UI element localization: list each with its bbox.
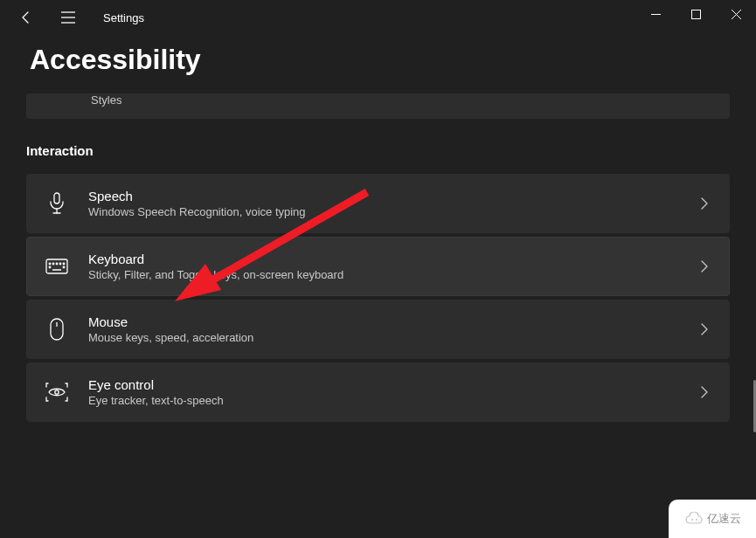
item-title: Eye control — [88, 377, 697, 392]
svg-point-25 — [696, 519, 697, 521]
settings-item-keyboard[interactable]: Keyboard Sticky, Filter, and Toggle keys… — [26, 237, 730, 296]
chevron-right-icon — [697, 385, 711, 399]
item-title: Keyboard — [88, 252, 697, 266]
settings-item-mouse[interactable]: Mouse Mouse keys, speed, acceleration — [26, 300, 730, 359]
watermark-text: 亿速云 — [707, 511, 741, 527]
svg-rect-19 — [51, 319, 63, 340]
eye-control-icon — [45, 380, 69, 404]
item-title: Speech — [88, 189, 697, 203]
app-title: Settings — [103, 11, 144, 24]
item-title: Mouse — [88, 314, 697, 329]
minimize-button[interactable] — [635, 0, 676, 28]
svg-point-13 — [56, 263, 58, 265]
menu-button[interactable] — [59, 9, 77, 26]
svg-point-16 — [49, 266, 51, 268]
maximize-button[interactable] — [676, 0, 716, 28]
item-subtitle: Windows Speech Recognition, voice typing — [88, 205, 697, 218]
svg-point-14 — [59, 263, 61, 265]
settings-item-speech[interactable]: Speech Windows Speech Recognition, voice… — [26, 174, 730, 233]
microphone-icon — [45, 191, 69, 216]
settings-item-eye-control[interactable]: Eye control Eye tracker, text-to-speech — [26, 362, 730, 422]
watermark: 亿速云 — [669, 500, 756, 538]
svg-rect-4 — [691, 10, 700, 18]
content-area: Styles Interaction Speech Windows Speech… — [0, 93, 756, 422]
window-controls — [635, 0, 756, 28]
chevron-right-icon — [697, 197, 711, 210]
minimize-icon — [651, 10, 661, 19]
page-title: Accessibility — [0, 35, 756, 93]
arrow-left-icon — [19, 10, 33, 24]
chevron-right-icon — [697, 322, 711, 336]
partial-card[interactable]: Styles — [26, 93, 730, 119]
cloud-icon — [684, 512, 704, 526]
section-label-interaction: Interaction — [26, 143, 730, 158]
titlebar: Settings — [0, 0, 756, 35]
maximize-icon — [691, 10, 701, 19]
chevron-right-icon — [697, 259, 711, 273]
close-button[interactable] — [716, 0, 756, 28]
keyboard-icon — [45, 254, 69, 279]
close-icon — [732, 10, 741, 19]
back-button[interactable] — [17, 9, 35, 26]
svg-point-17 — [63, 266, 65, 268]
svg-point-21 — [55, 390, 59, 394]
svg-point-12 — [52, 263, 54, 265]
svg-point-15 — [63, 263, 65, 265]
item-subtitle: Eye tracker, text-to-speech — [88, 394, 697, 407]
hamburger-icon — [61, 11, 75, 24]
mouse-icon — [45, 317, 69, 341]
svg-point-11 — [49, 263, 51, 265]
svg-rect-7 — [54, 193, 59, 203]
item-subtitle: Mouse keys, speed, acceleration — [88, 331, 697, 344]
item-subtitle: Sticky, Filter, and Toggle keys, on-scre… — [88, 268, 697, 281]
svg-point-24 — [691, 519, 693, 521]
partial-card-subtitle: Styles — [91, 93, 712, 107]
